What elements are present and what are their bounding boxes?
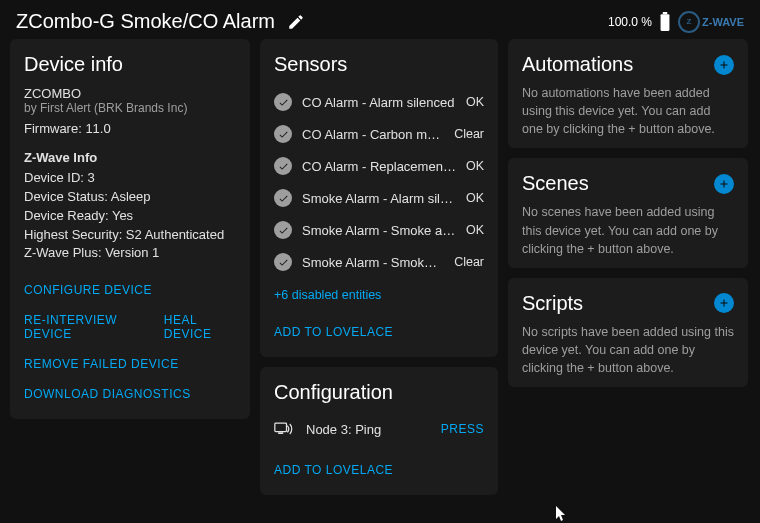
sensor-name: Smoke Alarm - Smoke alarm test [302,223,456,238]
reinterview-device-button[interactable]: RE-INTERVIEW DEVICE [24,305,148,349]
configuration-add-to-lovelace-button[interactable]: ADD TO LOVELACE [274,455,393,485]
device-info-card: Device info ZCOMBO by First Alert (BRK B… [10,39,250,419]
configuration-item-name: Node 3: Ping [306,422,429,437]
zwave-logo: ZZ-WAVE [678,11,744,33]
download-diagnostics-button[interactable]: DOWNLOAD DIAGNOSTICS [24,379,191,409]
device-model: ZCOMBO [24,86,236,101]
automations-title: Automations [522,53,633,76]
heal-device-button[interactable]: HEAL DEVICE [164,305,236,349]
sensor-name: Smoke Alarm - Alarm silenced [302,191,456,206]
battery-percent: 100.0 % [608,15,652,29]
zwave-highest-security: Highest Security: S2 Authenticated [24,226,236,245]
zwave-device-ready: Device Ready: Yes [24,207,236,226]
device-manufacturer: by First Alert (BRK Brands Inc) [24,101,236,115]
check-icon [274,253,292,271]
page-header: ZCombo-G Smoke/CO Alarm 100.0 % ZZ-WAVE [0,0,760,39]
configuration-row[interactable]: Node 3: Ping PRESS [274,414,484,444]
zwave-plus-version: Z-Wave Plus: Version 1 [24,244,236,263]
svg-rect-1 [661,14,670,31]
sensor-row[interactable]: Smoke Alarm - Smoke alarm testOK [274,214,484,246]
sensor-row[interactable]: CO Alarm - Alarm silencedOK [274,86,484,118]
zwave-device-id: Device ID: 3 [24,169,236,188]
sensor-state: OK [466,95,484,109]
configuration-card: Configuration Node 3: Ping PRESS ADD TO … [260,367,498,495]
ping-icon [274,420,294,438]
edit-icon[interactable] [287,13,305,31]
scenes-empty-text: No scenes have been added using this dev… [522,203,734,257]
svg-rect-2 [275,423,287,431]
remove-failed-device-button[interactable]: REMOVE FAILED DEVICE [24,349,179,379]
check-icon [274,189,292,207]
check-icon [274,125,292,143]
ping-press-button[interactable]: PRESS [441,422,484,436]
device-info-title: Device info [24,53,236,76]
disabled-entities-link[interactable]: +6 disabled entities [274,278,381,306]
device-firmware: Firmware: 11.0 [24,121,236,136]
sensor-row[interactable]: Smoke Alarm - Smoke detectedClear [274,246,484,278]
sensor-row[interactable]: Smoke Alarm - Alarm silencedOK [274,182,484,214]
header-left: ZCombo-G Smoke/CO Alarm [16,10,305,33]
check-icon [274,157,292,175]
scripts-card: Scripts No scripts have been added using… [508,278,748,387]
sensors-title: Sensors [274,53,484,76]
configure-device-button[interactable]: CONFIGURE DEVICE [24,275,152,305]
scripts-empty-text: No scripts have been added using this de… [522,323,734,377]
automations-card: Automations No automations have been add… [508,39,748,148]
sensor-row[interactable]: CO Alarm - Carbon monoxide …Clear [274,118,484,150]
check-icon [274,93,292,111]
check-icon [274,221,292,239]
svg-rect-3 [278,432,283,434]
scripts-title: Scripts [522,292,583,315]
sensor-state: OK [466,159,484,173]
zwave-info-heading: Z-Wave Info [24,150,236,165]
add-automation-button[interactable] [714,55,734,75]
sensors-card: Sensors CO Alarm - Alarm silencedOKCO Al… [260,39,498,357]
sensor-name: CO Alarm - Replacement require… [302,159,456,174]
cursor-icon [555,506,569,522]
sensors-add-to-lovelace-button[interactable]: ADD TO LOVELACE [274,317,393,347]
add-script-button[interactable] [714,293,734,313]
scenes-card: Scenes No scenes have been added using t… [508,158,748,267]
sensor-name: Smoke Alarm - Smoke detected [302,255,444,270]
zwave-device-status: Device Status: Asleep [24,188,236,207]
sensor-state: Clear [454,255,484,269]
page-title: ZCombo-G Smoke/CO Alarm [16,10,275,33]
automations-empty-text: No automations have been added using thi… [522,84,734,138]
add-scene-button[interactable] [714,174,734,194]
zwave-info-lines: Device ID: 3 Device Status: Asleep Devic… [24,169,236,263]
sensor-state: Clear [454,127,484,141]
sensor-name: CO Alarm - Carbon monoxide … [302,127,444,142]
battery-icon [658,12,672,32]
sensor-name: CO Alarm - Alarm silenced [302,95,456,110]
sensor-row[interactable]: CO Alarm - Replacement require…OK [274,150,484,182]
scenes-title: Scenes [522,172,589,195]
sensor-state: OK [466,191,484,205]
sensor-state: OK [466,223,484,237]
svg-rect-0 [663,12,667,14]
header-right: 100.0 % ZZ-WAVE [608,11,744,33]
configuration-title: Configuration [274,381,484,404]
